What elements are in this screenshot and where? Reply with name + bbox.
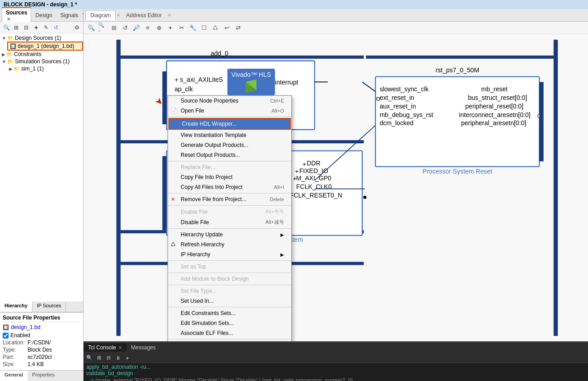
add-ip-button[interactable]: + [165,23,175,33]
svg-text:rst_ps7_0_50M: rst_ps7_0_50M [435,66,479,74]
tab-diagram[interactable]: Diagram [85,10,116,20]
tcl-console-close[interactable]: ✕ [118,345,122,350]
svg-text:aux_reset_in: aux_reset_in [380,103,416,110]
tab-ip-sources[interactable]: IP Sources [33,301,66,312]
ip-hierarchy-arrow: ▶ [280,252,284,257]
title-bar: BLOCK DESIGN - design_1 * [0,0,588,9]
expand-design-sources[interactable]: ▼ [2,36,6,41]
ctx-associate-elf[interactable]: Associate ELF Files... [168,328,291,338]
tab-design[interactable]: Design [31,10,56,20]
tab-messages[interactable]: Messages [126,343,160,352]
ctx-remove-file[interactable]: ✕ Remove File from Project... Delete [168,194,291,204]
svg-line-54 [362,82,375,91]
scissors-button[interactable]: ✂ [177,23,187,33]
ctx-reset-output[interactable]: Reset Output Products... [168,150,291,160]
svg-text:+ s_axi_AXILiteS: + s_axi_AXILiteS [174,76,223,83]
redo-button[interactable]: ⇄ [233,23,243,33]
edit-button[interactable]: ✎ [42,23,51,32]
svg-rect-6 [366,56,554,59]
diagram-canvas[interactable]: add_0 + s_axi_AXILiteS ap_clk ap_rst_n V… [84,34,588,341]
console-add[interactable]: + [123,354,131,362]
tab-signals[interactable]: Signals [56,10,82,20]
tab-properties[interactable]: Properties [28,371,59,381]
ctx-sep-8 [168,285,291,285]
console-status: ...g {make_external "FIXED_IO, DDR" Mast… [86,377,585,381]
properties-title: Source File Properties [3,315,80,322]
ctx-copy-all-into-project[interactable]: Copy All Files Into Project Alt+I [168,182,291,192]
ctx-open-file[interactable]: 📄 Open File Alt+O [168,106,291,116]
svg-text:DDR: DDR [307,160,320,167]
connect-button[interactable]: ⊕ [154,23,164,33]
tree-constraints[interactable]: ▶ 📁 Constraints [0,51,83,58]
tab-tcl-console[interactable]: Tcl Console ✕ [84,343,126,352]
console-search[interactable]: 🔍 [85,354,93,362]
ctx-copy-into-project[interactable]: Copy File Into Project [168,172,291,182]
prop-type: Type: Block Des [3,347,80,353]
console-pause[interactable]: ⏸ [114,354,122,362]
ctx-generate-output[interactable]: Generate Output Products... [168,140,291,150]
console-tabbar: Tcl Console ✕ Messages [84,342,588,353]
zoom-out-button[interactable]: 🔍− [98,23,107,33]
reset-button[interactable]: ↺ [120,23,130,33]
tree-sim1[interactable]: ▶ 📁 sim_1 (1) [7,65,83,72]
tab-sources[interactable]: Sources ✕ [2,7,31,24]
svg-point-42 [377,97,380,100]
prop-part: Part: xc7z020cl [3,354,80,360]
properties-filename: 🔲 design_1.bd [3,324,80,330]
context-menu: Source Node Properties Ctrl+E 📄 Open Fil… [168,95,292,341]
ctx-replace-file: Replace File... [168,162,291,172]
ctx-ip-hierarchy[interactable]: IP Hierarchy ▶ [168,249,291,259]
ctx-edit-constraints[interactable]: Edit Constraints Sets... [168,308,291,318]
tab-sources-close[interactable]: ✕ [7,17,10,22]
diagram-tab-close[interactable]: ✕ [117,13,120,18]
undo-button[interactable]: ↩ [222,23,232,33]
settings-button[interactable]: ⚙ [72,23,81,32]
tree-sim-sources[interactable]: ▼ 📁 Simulation Sources (1) [0,58,83,65]
collapse-all-button[interactable]: ⊟ [22,23,31,32]
svg-text:+: + [295,168,299,175]
tab-general[interactable]: General [0,371,28,381]
expand-sim-sources[interactable]: ▼ [2,59,6,64]
ctx-hierarchy-update[interactable]: Hierarchy Update ▶ [168,230,291,240]
fit-button[interactable]: ⊞ [109,23,119,33]
ctx-edit-simulation[interactable]: Edit Simulation Sets... [168,318,291,328]
ctx-sep-1 [168,117,291,117]
console-expand[interactable]: ⊟ [104,354,112,362]
ctx-view-instantiation[interactable]: View Instantiation Template [168,130,291,140]
validate-button[interactable]: ☐ [199,23,209,33]
prop-enabled: Enabled [3,332,80,339]
console-collapse[interactable]: ⊞ [95,354,103,362]
ctx-disable-file[interactable]: Disable File Alt+减号 [168,217,291,227]
svg-rect-53 [539,82,543,161]
ctx-refresh-hierarchy[interactable]: ♺ Refresh Hierarchy [168,240,291,249]
expand-constraints[interactable]: ▶ [2,52,5,57]
align-button[interactable]: ≡ [143,23,153,33]
remove-icon: ✕ [171,196,175,202]
refresh-button[interactable]: ↺ [51,23,61,32]
ctx-create-hdl-wrapper[interactable]: Create HDL Wrapper... [168,118,291,130]
expand-all-button[interactable]: ⊞ [12,23,21,32]
find-button[interactable]: 🔎 [131,23,141,33]
ctx-set-file-type: Set File Type... [168,286,291,296]
search-button[interactable]: 🔍 [2,23,11,32]
refresh-diagram-button[interactable]: ♺ [210,23,220,33]
address-editor-tab-close[interactable]: ✕ [168,13,171,18]
wrench-button[interactable]: 🔧 [188,23,198,33]
zoom-in-button[interactable]: 🔍 [86,23,96,33]
ctx-sep-3 [168,193,291,193]
sim-sources-label: Simulation Sources (1) [15,58,70,65]
ctx-set-used-in[interactable]: Set Used In... [168,296,291,306]
add-source-button[interactable]: + [32,23,41,32]
ctx-source-node-props[interactable]: Source Node Properties Ctrl+E [168,96,291,106]
refresh-icon: ♺ [171,241,176,248]
tree-design-sources[interactable]: ▼ 📁 Design Sources (1) [0,34,83,42]
tree-design1-bd[interactable]: 🔲 design_1 (design_1.bd) [7,42,83,51]
svg-text:FIXED_IO: FIXED_IO [299,167,328,174]
ctx-add-sources[interactable]: Add Sources... Alt+A [168,340,291,341]
expand-sim1[interactable]: ▶ [9,66,13,71]
tab-address-editor[interactable]: Address Editor [121,10,167,20]
enabled-checkbox[interactable] [3,333,9,339]
tab-hierarchy[interactable]: Hierarchy [0,301,33,312]
ctx-sep-10 [168,339,291,339]
ctx-sep-6 [168,260,291,261]
